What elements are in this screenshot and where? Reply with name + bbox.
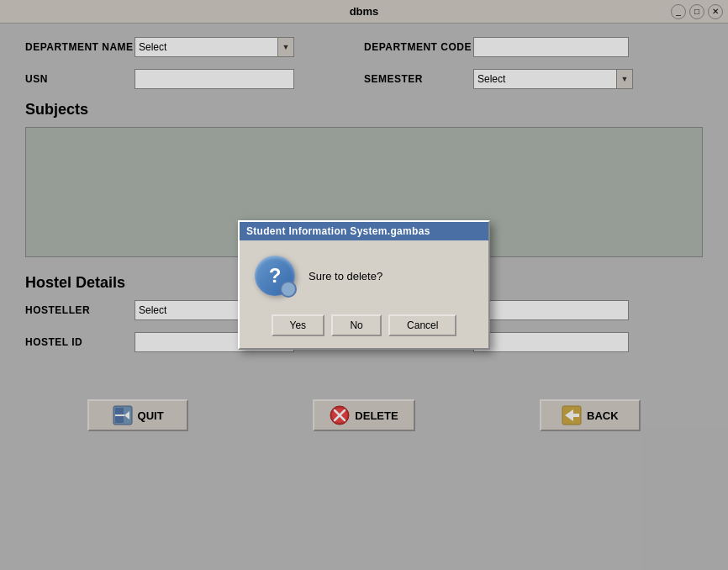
- modal-message: Sure to delete?: [309, 270, 382, 282]
- modal-cancel-button[interactable]: Cancel: [388, 314, 456, 336]
- modal-buttons: Yes No Cancel: [240, 308, 488, 348]
- modal-no-button[interactable]: No: [331, 314, 382, 336]
- modal-icon-wrapper: [253, 254, 297, 298]
- modal-body: Sure to delete?: [240, 240, 488, 308]
- question-icon: [255, 256, 295, 296]
- modal-title: Student Information System.gambas: [246, 225, 430, 237]
- modal-overlay: Student Information System.gambas Sure t…: [0, 0, 728, 570]
- modal-yes-button[interactable]: Yes: [272, 314, 325, 336]
- modal-dialog: Student Information System.gambas Sure t…: [238, 220, 490, 350]
- modal-title-bar: Student Information System.gambas: [240, 222, 488, 240]
